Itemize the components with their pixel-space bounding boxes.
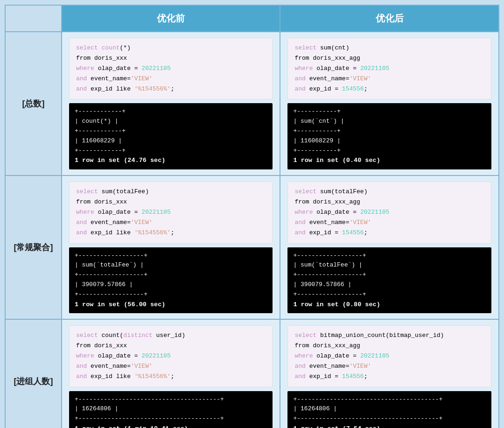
after-sql: select sum(totalFee)from doris_xxx_aggwh… (287, 182, 491, 243)
after-terminal: +-----------+| sum(`cnt`) |+-----------+… (287, 103, 491, 169)
before-terminal: +------------+| count(*) |+------------+… (69, 103, 273, 169)
row-label: [总数] (5, 32, 62, 175)
after-cell: select sum(totalFee)from doris_xxx_aggwh… (280, 175, 499, 319)
before-terminal: +---------------------------------------… (69, 391, 273, 428)
comparison-table: 优化前 优化后 [总数] select count(*)from doris_x… (5, 5, 499, 428)
table-row: [常规聚合] select sum(totalFee)from doris_xx… (5, 175, 499, 319)
before-terminal: +------------------+| sum(`totalFee`) |+… (69, 247, 273, 314)
before-header: 优化前 (62, 5, 280, 32)
before-cell: select sum(totalFee)from doris_xxxwhere … (62, 175, 280, 319)
header-row: 优化前 优化后 (5, 5, 499, 32)
row-label: [进组人数] (5, 319, 62, 428)
after-cell: select sum(cnt)from doris_xxx_aggwhere o… (280, 32, 499, 175)
after-terminal: +------------------+| sum(`totalFee`) |+… (287, 247, 491, 314)
table-row: [总数] select count(*)from doris_xxxwhere … (5, 32, 499, 175)
after-cell: select bitmap_union_count(bitmap_user_id… (280, 319, 499, 428)
before-cell: select count(*)from doris_xxxwhere olap_… (62, 32, 280, 175)
after-header: 优化后 (280, 5, 499, 32)
before-sql: select sum(totalFee)from doris_xxxwhere … (69, 182, 273, 243)
before-cell: select count(distinct user_id)from doris… (62, 319, 280, 428)
after-terminal: +---------------------------------------… (287, 391, 491, 428)
table-row: [进组人数] select count(distinct user_id)fro… (5, 319, 499, 428)
after-sql: select bitmap_union_count(bitmap_user_id… (287, 325, 491, 387)
row-label: [常规聚合] (5, 175, 62, 319)
before-sql: select count(distinct user_id)from doris… (69, 325, 273, 387)
empty-header-cell (5, 5, 62, 32)
after-sql: select sum(cnt)from doris_xxx_aggwhere o… (287, 38, 491, 99)
table-body: [总数] select count(*)from doris_xxxwhere … (5, 32, 499, 428)
before-sql: select count(*)from doris_xxxwhere olap_… (69, 38, 273, 99)
